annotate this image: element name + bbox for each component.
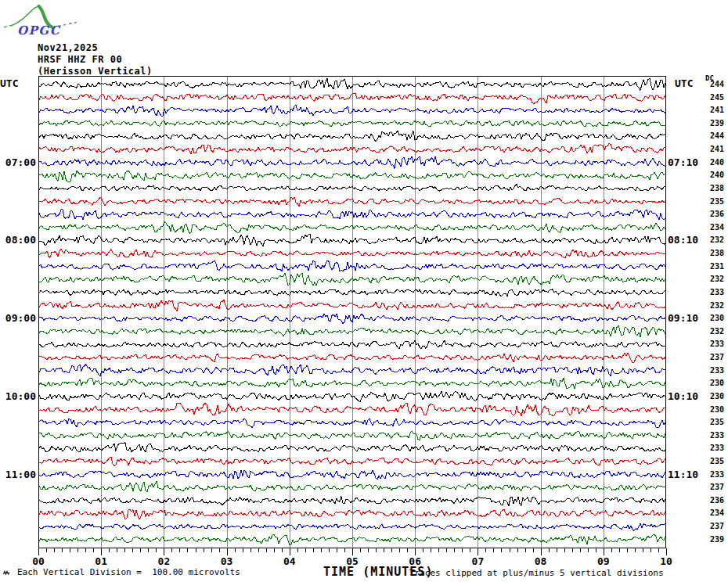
dc-value: 244: [704, 80, 724, 88]
hour-label-right: 07:10: [668, 156, 698, 168]
hour-label-left: 10:00: [0, 390, 36, 402]
dc-value: 233: [704, 444, 724, 452]
x-tick-label: 00: [27, 555, 49, 567]
hour-label-left: 09:00: [0, 312, 36, 324]
dc-value: 235: [704, 197, 724, 206]
dc-value: 245: [704, 93, 724, 102]
dc-value: 241: [704, 145, 724, 153]
dc-value: 237: [704, 353, 724, 361]
dc-value: 232: [704, 235, 724, 244]
clip-note: Traces clipped at plus/minus 5 vertical …: [409, 568, 664, 578]
hour-label-right: 09:10: [668, 312, 698, 324]
dc-value: 233: [704, 288, 724, 296]
dc-value: 233: [704, 431, 724, 440]
x-tick-label: 10: [655, 555, 677, 567]
dc-value: 230: [704, 392, 724, 401]
dc-value: 239: [704, 535, 724, 544]
x-tick-label: 04: [279, 555, 301, 567]
hour-label-left: 08:00: [0, 234, 36, 246]
dc-value: 237: [704, 522, 724, 530]
dc-value: 238: [704, 249, 724, 257]
dc-value: 230: [704, 405, 724, 414]
dc-value: 235: [704, 418, 724, 426]
dc-value: 234: [704, 223, 724, 232]
dc-value: 237: [704, 483, 724, 491]
dc-value: 232: [704, 301, 724, 310]
seismogram-page: OPGC Nov21,2025 HRSF HHZ FR 00 (Herisson…: [0, 0, 728, 582]
dc-value: 233: [704, 470, 724, 479]
hour-label-right: 11:10: [668, 469, 698, 480]
dc-value: 239: [704, 119, 724, 128]
x-tick-label: 03: [216, 555, 238, 567]
x-tick-label: 01: [90, 555, 112, 567]
dc-value: 238: [704, 184, 724, 192]
x-tick-label: 07: [467, 555, 488, 567]
dc-value: 240: [704, 171, 724, 179]
hour-label-right: 08:10: [668, 234, 698, 246]
dc-value: 234: [704, 508, 724, 517]
helicorder-plot: [0, 0, 728, 582]
hour-label-right: 10:10: [668, 390, 698, 402]
dc-value: 230: [704, 314, 724, 322]
x-tick-label: 08: [530, 555, 552, 567]
division-note: Each Vertical Division = 100.00 microvol…: [17, 567, 240, 577]
x-tick-label: 02: [153, 555, 175, 567]
dc-value: 244: [704, 131, 724, 140]
dc-value: 232: [704, 327, 724, 336]
wave-mark-icon: [3, 569, 11, 576]
x-tick-label: 09: [593, 555, 614, 567]
dc-value: 235: [704, 457, 724, 465]
hour-label-left: 07:00: [0, 156, 36, 168]
dc-value: 233: [704, 366, 724, 375]
dc-value: 241: [704, 106, 724, 114]
dc-value: 230: [704, 379, 724, 387]
dc-value: 232: [704, 275, 724, 283]
dc-value: 233: [704, 340, 724, 348]
hour-label-left: 11:00: [0, 469, 36, 480]
dc-value: 236: [704, 496, 724, 505]
dc-value: 240: [704, 158, 724, 167]
dc-value: 236: [704, 210, 724, 218]
dc-value: 231: [704, 262, 724, 271]
